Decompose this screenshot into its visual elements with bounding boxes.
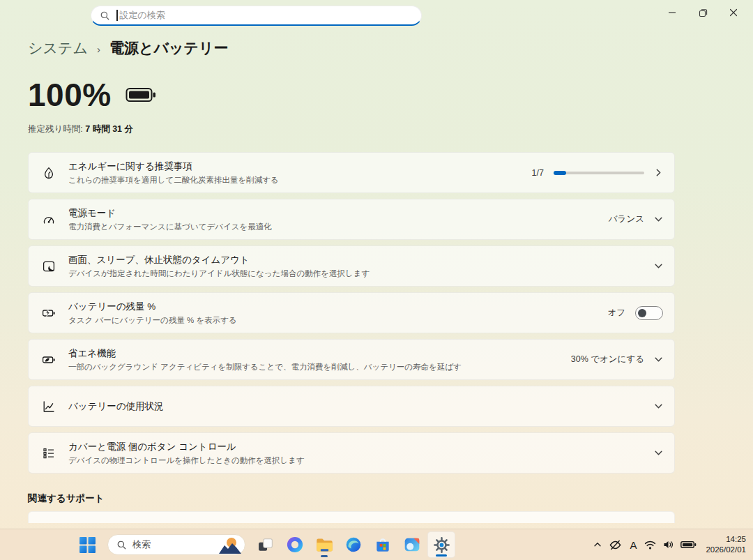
card-subtitle: 一部のバックグラウンド アクティビティを制限することで、電力消費を削減し、バッテ…	[68, 362, 571, 372]
taskbar-clock[interactable]: 14:25 2026/02/01	[706, 534, 746, 555]
card-lid-power-buttons[interactable]: カバーと電源 個のボタン コントロール デバイスの物理コントロールを操作したとき…	[28, 432, 675, 474]
taskbar-search-box[interactable]: 検索	[107, 534, 245, 555]
card-title: バッテリーの残量 %	[68, 301, 607, 313]
related-support-card-partial[interactable]	[28, 511, 675, 523]
chevron-right-icon	[654, 168, 663, 177]
estimate-label: 推定残り時間:	[28, 124, 83, 134]
search-placeholder: 設定の検索	[120, 9, 165, 22]
battery-percent-toggle[interactable]	[635, 306, 663, 320]
tray-chevron-up-icon[interactable]	[593, 540, 602, 550]
card-subtitle: デバイスの物理コントロールを操作したときの動作を選択します	[68, 455, 654, 466]
search-highlight-weather-icon	[218, 536, 243, 554]
settings-cards: エネルギーに関する推奨事項 これらの推奨事項を適用して二酸化炭素排出量を削減する…	[28, 152, 675, 474]
card-title: エネルギーに関する推奨事項	[68, 160, 532, 173]
power-mode-gauge-icon	[41, 212, 56, 227]
chevron-down-icon	[654, 402, 663, 411]
store-button[interactable]	[369, 531, 397, 558]
search-icon	[100, 10, 110, 21]
toggle-state-label: オフ	[607, 307, 625, 319]
tray-volume-icon[interactable]	[662, 539, 674, 550]
restore-button[interactable]	[687, 0, 718, 25]
window-controls	[657, 0, 749, 25]
page-title: 電源とバッテリー	[109, 38, 228, 58]
system-tray: A 14:25 2026/02/01	[593, 529, 746, 560]
card-battery-usage[interactable]: バッテリーの使用状況	[28, 386, 675, 427]
breadcrumb: システム › 電源とバッテリー	[28, 31, 675, 58]
card-battery-percentage[interactable]: バッテリーの残量 % タスク バーにバッテリーの残量 % を表示する オフ	[28, 292, 675, 333]
search-icon	[116, 540, 127, 550]
start-button[interactable]	[73, 531, 101, 558]
running-indicator	[436, 554, 447, 557]
breadcrumb-system-link[interactable]: システム	[28, 38, 88, 58]
battery-estimate: 推定残り時間: 7 時間 31 分	[28, 123, 675, 135]
copilot-button[interactable]	[281, 531, 309, 558]
power-mode-value: バランス	[609, 213, 644, 225]
card-title: カバーと電源 個のボタン コントロール	[68, 441, 654, 453]
battery-hero: 100%	[28, 75, 675, 114]
tray-ime-mode[interactable]: A	[628, 539, 638, 551]
text-caret	[116, 10, 118, 21]
card-subtitle: 電力消費とパフォーマンスに基づいてデバイスを最適化	[68, 222, 609, 232]
related-support-heading: 関連するサポート	[28, 492, 675, 505]
screen-sleep-icon	[41, 259, 56, 274]
recommendations-progress-bar	[554, 172, 644, 174]
energy-saver-icon	[41, 352, 56, 368]
card-subtitle: デバイスが指定された時間にわたりアイドル状態になった場合の動作を選択します	[68, 268, 654, 279]
battery-percent-value: 100%	[28, 76, 112, 114]
running-indicator	[321, 555, 328, 557]
battery-full-icon	[126, 86, 156, 103]
card-title: 電源モード	[68, 207, 609, 220]
recommendations-count: 1/7	[532, 168, 544, 178]
tray-battery-icon[interactable]	[680, 539, 697, 550]
estimate-value: 7 時間 31 分	[85, 124, 133, 134]
settings-window: 設定の検索 システム › 電源とバッテリー 100%	[0, 0, 753, 560]
taskbar-center-cluster: 検索	[73, 529, 456, 560]
card-title: 画面、スリープ、休止状態のタイムアウト	[68, 254, 654, 266]
lid-power-buttons-icon	[41, 446, 56, 461]
task-view-button[interactable]	[252, 531, 280, 558]
card-title: 省エネ機能	[68, 347, 571, 360]
card-energy-recommendations[interactable]: エネルギーに関する推奨事項 これらの推奨事項を適用して二酸化炭素排出量を削減する…	[28, 152, 675, 193]
card-subtitle: これらの推奨事項を適用して二酸化炭素排出量を削減する	[68, 175, 532, 186]
card-subtitle: タスク バーにバッテリーの残量 % を表示する	[68, 315, 607, 326]
edge-button[interactable]	[340, 531, 367, 558]
tray-eye-slash-icon[interactable]	[609, 538, 622, 552]
settings-search-input[interactable]: 設定の検索	[91, 6, 422, 26]
energy-leaf-icon	[41, 165, 56, 181]
file-explorer-button[interactable]	[310, 531, 338, 558]
chevron-down-icon	[654, 355, 663, 364]
card-screen-sleep-timeouts[interactable]: 画面、スリープ、休止状態のタイムアウト デバイスが指定された時間にわたりアイドル…	[28, 245, 675, 287]
chevron-down-icon	[654, 448, 663, 457]
card-title: バッテリーの使用状況	[68, 400, 654, 413]
close-button[interactable]	[718, 0, 749, 25]
clock-time: 14:25	[706, 534, 746, 545]
settings-content: システム › 電源とバッテリー 100% 推定残り時間: 7 時間 31 分 エ…	[28, 31, 675, 523]
settings-button[interactable]	[427, 531, 455, 558]
clock-date: 2026/02/01	[706, 545, 746, 555]
card-power-mode[interactable]: 電源モード 電力消費とパフォーマンスに基づいてデバイスを最適化 バランス	[28, 199, 675, 240]
tray-wifi-icon[interactable]	[644, 540, 656, 550]
battery-percent-icon	[41, 305, 56, 321]
energy-saver-value: 30% でオンにする	[571, 354, 644, 365]
photos-button[interactable]	[398, 531, 426, 558]
chevron-down-icon	[654, 215, 663, 224]
breadcrumb-separator-icon: ›	[97, 42, 100, 55]
minimize-button[interactable]	[657, 0, 687, 25]
taskbar: 検索	[0, 529, 753, 560]
taskbar-search-label: 検索	[132, 538, 212, 551]
battery-usage-chart-icon	[41, 399, 56, 414]
chevron-down-icon	[654, 262, 663, 271]
card-energy-saver[interactable]: 省エネ機能 一部のバックグラウンド アクティビティを制限することで、電力消費を削…	[28, 339, 675, 380]
title-bar: 設定の検索	[0, 0, 753, 31]
